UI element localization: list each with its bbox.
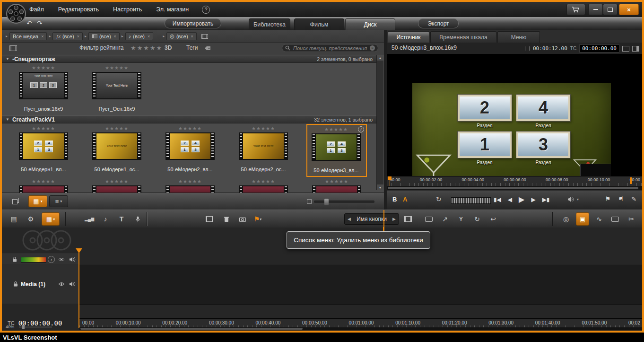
export-button[interactable]: Экспорт (418, 18, 459, 28)
step-back-button[interactable]: ◀ (508, 196, 512, 203)
film-clip-icon[interactable] (203, 214, 216, 224)
chip-remove-icon[interactable]: × (148, 34, 150, 39)
stereo-3d-toggle[interactable]: 3D (165, 44, 172, 51)
panel-toggle-icon[interactable] (632, 46, 639, 52)
zoom-out-icon[interactable] (307, 199, 312, 204)
speaker-icon[interactable] (567, 197, 574, 202)
item-rating-stars[interactable]: ★★★★★ (325, 179, 348, 184)
menu-setup[interactable]: Настроить (112, 6, 143, 13)
clip-end-marker[interactable] (630, 177, 632, 184)
audio-note-icon[interactable]: ♪ (99, 214, 112, 224)
comment-icon[interactable] (423, 214, 435, 224)
frame-grab-button[interactable] (402, 214, 414, 224)
collapse-icon[interactable]: ▼ (6, 117, 9, 122)
tab-timeline[interactable]: Временная шкала (430, 31, 496, 43)
media-type-icon[interactable] (9, 45, 17, 51)
collection-header-creativepack[interactable]: ▼ CreativePackV1 32 элементов, 1 выбрано (2, 115, 376, 123)
zoom-slider-handle[interactable] (22, 325, 25, 329)
speaker-icon[interactable] (69, 281, 76, 287)
button-name-dropdown[interactable]: ◀ Имя кнопки ▶ (344, 213, 399, 225)
library-item[interactable]: ★★★★★ Your text here 50-еМодерн1_ос... (87, 126, 146, 172)
title-tool-icon[interactable]: T (115, 214, 128, 224)
item-thumbnail[interactable]: Your text here (239, 132, 288, 160)
item-rating-stars[interactable]: ★★★★★ (324, 127, 348, 132)
rating-stars-filter[interactable]: ★★★★★ (131, 44, 163, 52)
a-roll-toggle[interactable]: A (403, 196, 407, 203)
next-button-icon[interactable]: ▶ (390, 217, 399, 221)
grid-view-button[interactable]: ▦ ▾ (28, 195, 47, 207)
item-rating-stars[interactable]: ★★★★★ (32, 179, 55, 184)
media-track-lane[interactable] (79, 264, 642, 305)
prev-button-icon[interactable]: ◀ (345, 217, 354, 221)
chip-remove-icon[interactable]: × (41, 34, 44, 39)
timeline-ruler[interactable]: 00.00 00:00:10.00 00:00:20.00 00:00:30.0… (79, 318, 642, 328)
maximize-button[interactable] (603, 4, 618, 15)
search-box[interactable]: × (282, 44, 378, 52)
play-button[interactable]: ▶ (519, 195, 524, 204)
minimize-button[interactable] (588, 4, 603, 15)
filter-chip-disc-menus[interactable]: ◎ (все) × (166, 32, 197, 40)
marker-flag-button[interactable]: ⚑ ▾ (252, 214, 264, 224)
tab-source[interactable]: Источник (388, 31, 429, 43)
preview-scroll-handle[interactable] (388, 187, 638, 189)
tab-menu[interactable]: Меню (497, 31, 540, 43)
item-thumbnail[interactable]: 2 4 1 3 (312, 133, 361, 161)
go-start-button[interactable]: ▮◀ (494, 196, 501, 203)
filter-chip-audio[interactable]: ♪ (все) × (125, 32, 153, 40)
scene-editor-icon[interactable]: ▤ (8, 214, 20, 224)
item-thumbnail[interactable]: Your Text Here (92, 72, 141, 99)
volume-dropdown-icon[interactable]: ▾ (577, 197, 579, 202)
timeline-scroll-handle[interactable] (80, 328, 303, 330)
item-rating-stars[interactable]: ★★★★★ (32, 126, 55, 132)
media-track-header[interactable]: Media (1) (2, 264, 79, 304)
menu-edit[interactable]: Редактировать (57, 6, 100, 13)
chip-remove-icon[interactable]: × (191, 34, 193, 39)
loop-playback-icon[interactable]: ↻ (436, 195, 442, 203)
filter-chip-transitions[interactable]: (все) × (88, 32, 120, 40)
lock-icon[interactable] (13, 281, 18, 287)
revert-icon[interactable]: ↩ (487, 214, 499, 224)
tags-toggle[interactable]: Теги (186, 44, 198, 51)
tab-disc[interactable]: Диск (345, 18, 395, 30)
edit-pen-icon[interactable]: ✎ (631, 195, 636, 202)
tag-icon[interactable] (204, 46, 211, 51)
preview-ruler[interactable]: 00.00 00:00:02.00 00:00:04.00 00:00:06.0… (387, 176, 642, 186)
scroll-down-button[interactable]: ▼ (377, 184, 383, 190)
menu-grid-tool-button[interactable]: ▦ ▾ (42, 212, 60, 226)
library-scrollbar[interactable]: ▲ ▼ (376, 55, 383, 190)
voiceover-mic-icon[interactable] (131, 214, 144, 224)
library-item[interactable]: ★★★★★ 2 4 1 3 50-еМодерн2_вл... (161, 126, 219, 172)
chip-remove-icon[interactable]: × (114, 34, 116, 39)
menu-file[interactable]: Файл (28, 6, 45, 13)
item-rating-stars[interactable]: ★★★★★ (105, 65, 129, 71)
rings-tool-icon[interactable]: ◎ (560, 214, 572, 224)
item-thumbnail[interactable]: 2 4 1 3 (19, 132, 68, 160)
button-edit-tool[interactable]: ▣ (576, 212, 589, 226)
item-thumbnail[interactable]: 2 4 1 3 (165, 132, 215, 160)
eye-icon[interactable] (58, 282, 65, 286)
audio-levels-icon[interactable]: ▂▄▆ (83, 214, 96, 224)
help-icon[interactable]: ? (202, 6, 210, 14)
waveform-icon[interactable]: ∿ (593, 214, 605, 224)
send-to-timeline-icon[interactable]: ↗ (439, 214, 451, 224)
eye-icon[interactable] (58, 257, 65, 262)
item-thumbnail[interactable]: Your Text Here 1 2 3 (19, 72, 68, 99)
collapse-icon[interactable]: ▼ (6, 57, 9, 61)
cart-button[interactable] (566, 4, 585, 15)
library-item[interactable]: ★★★★★ Your text here 50-еМодерн2_ос... (234, 126, 293, 172)
tab-movie[interactable]: Фильм (294, 18, 344, 30)
item-rating-stars[interactable]: ★★★★★ (252, 179, 275, 184)
timeline-scrollbar[interactable] (79, 327, 642, 330)
marker-out-icon[interactable]: ⚑ (618, 195, 624, 202)
item-thumbnail[interactable]: Your text here (92, 132, 141, 160)
marker-in-icon[interactable]: ⚑ (605, 195, 611, 202)
close-button[interactable]: × (619, 4, 639, 15)
filter-chip-all-media[interactable]: Все медиа × (9, 32, 47, 40)
split-clip-icon[interactable]: Y (455, 214, 467, 224)
menu-store[interactable]: Эл. магазин (155, 6, 190, 13)
timeline-zoom-value[interactable]: 40% (6, 324, 14, 329)
library-item[interactable]: ★★★★★ Your Text Here 1 2 3 Пуст_влож.16x… (14, 65, 73, 112)
filmstrip-filter-icon[interactable] (201, 34, 208, 39)
settings-gear-icon[interactable]: ⚙ (25, 214, 37, 224)
shuttle-scrubber[interactable] (451, 197, 491, 204)
